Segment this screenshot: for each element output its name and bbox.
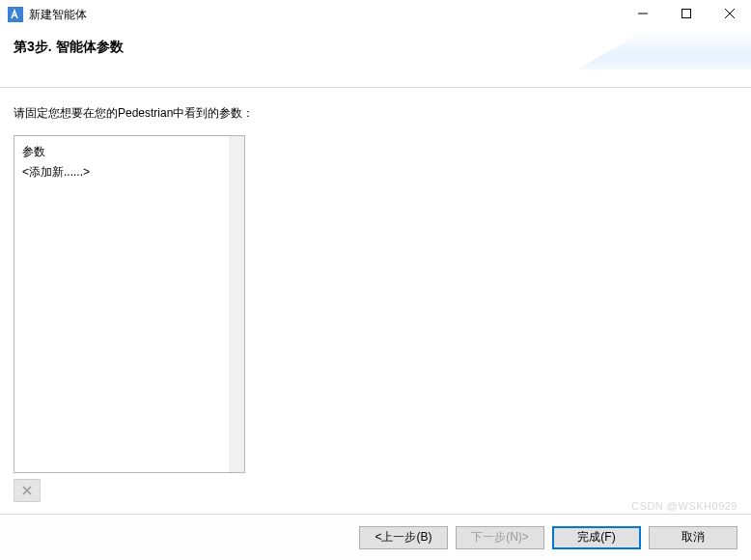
window-title: 新建智能体 bbox=[29, 7, 87, 23]
watermark: CSDN @WSKH0929 bbox=[631, 500, 737, 512]
instruction-text: 请固定您想要在您的Pedestrian中看到的参数： bbox=[14, 105, 737, 122]
svg-rect-1 bbox=[681, 10, 690, 18]
titlebar: 新建智能体 bbox=[0, 0, 751, 29]
back-button[interactable]: <上一步(B) bbox=[359, 526, 448, 549]
add-new-parameter[interactable]: <添加新......> bbox=[22, 162, 236, 182]
cancel-button[interactable]: 取消 bbox=[649, 526, 737, 549]
parameter-header: 参数 bbox=[22, 142, 236, 162]
finish-button[interactable]: 完成(F) bbox=[552, 526, 641, 549]
wizard-footer: <上一步(B) 下一步(N)> 完成(F) 取消 bbox=[0, 514, 751, 560]
banner-decoration bbox=[577, 29, 751, 87]
maximize-button[interactable] bbox=[664, 0, 708, 27]
delete-button[interactable] bbox=[14, 479, 41, 502]
next-button: 下一步(N)> bbox=[456, 526, 544, 549]
parameter-listbox[interactable]: 参数 <添加新......> bbox=[14, 135, 245, 473]
scrollbar[interactable] bbox=[229, 136, 244, 472]
app-icon bbox=[8, 7, 23, 22]
minimize-button[interactable] bbox=[621, 0, 664, 27]
window-controls bbox=[621, 0, 751, 29]
close-button[interactable] bbox=[708, 0, 751, 27]
wizard-content: 请固定您想要在您的Pedestrian中看到的参数： 参数 <添加新......… bbox=[0, 88, 751, 512]
wizard-banner: 第3步. 智能体参数 bbox=[0, 29, 751, 87]
